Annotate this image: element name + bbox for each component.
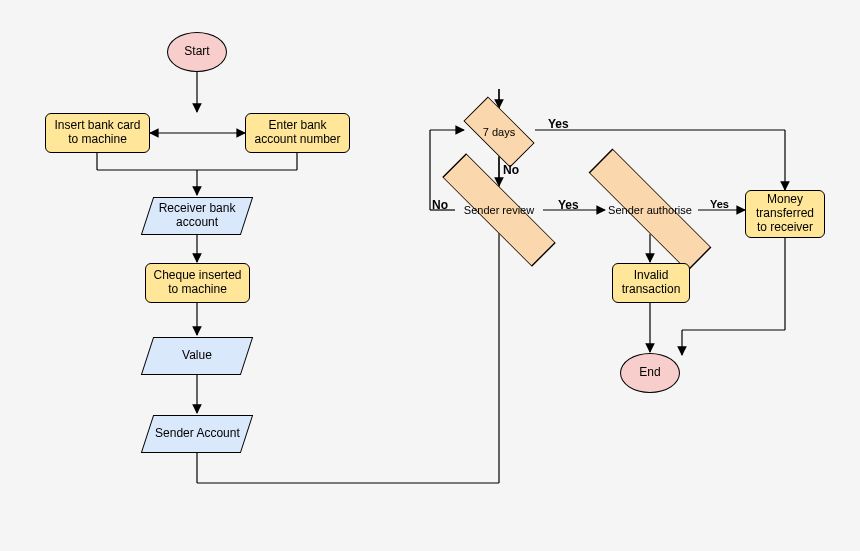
cheque-process: Cheque inserted to machine <box>145 263 250 303</box>
start-label: Start <box>184 45 209 59</box>
sender-review-decision: Sender review <box>452 186 546 234</box>
edge-seven-days-yes: Yes <box>548 117 569 131</box>
edges-layer <box>0 0 860 551</box>
end-label: End <box>639 366 660 380</box>
value-label: Value <box>182 349 212 363</box>
sender-review-label: Sender review <box>464 204 534 217</box>
enter-account-process: Enter bank account number <box>245 113 350 153</box>
edge-authorise-yes: Yes <box>710 198 729 210</box>
receiver-account-io: Receiver bank account <box>141 197 253 235</box>
insert-card-label: Insert bank card to machine <box>50 119 145 147</box>
seven-days-decision: 7 days <box>466 108 532 156</box>
receiver-account-label: Receiver bank account <box>152 202 242 230</box>
transferred-label: Money transferred to receiver <box>750 193 820 234</box>
insert-card-process: Insert bank card to machine <box>45 113 150 153</box>
cheque-label: Cheque inserted to machine <box>150 269 245 297</box>
transferred-process: Money transferred to receiver <box>745 190 825 238</box>
sender-authorise-label: Sender authorise <box>608 204 692 217</box>
value-io: Value <box>141 337 253 375</box>
flowchart-canvas: Start Insert bank card to machine Enter … <box>0 0 860 551</box>
sender-account-label: Sender Account <box>155 427 240 441</box>
end-terminator: End <box>620 353 680 393</box>
enter-account-label: Enter bank account number <box>250 119 345 147</box>
edge-review-no: No <box>432 198 448 212</box>
sender-account-io: Sender Account <box>141 415 253 453</box>
invalid-process: Invalid transaction <box>612 263 690 303</box>
sender-authorise-decision: Sender authorise <box>600 186 700 234</box>
edge-review-yes: Yes <box>558 198 579 212</box>
invalid-label: Invalid transaction <box>617 269 685 297</box>
seven-days-label: 7 days <box>483 126 515 139</box>
edge-seven-days-no: No <box>503 163 519 177</box>
start-terminator: Start <box>167 32 227 72</box>
